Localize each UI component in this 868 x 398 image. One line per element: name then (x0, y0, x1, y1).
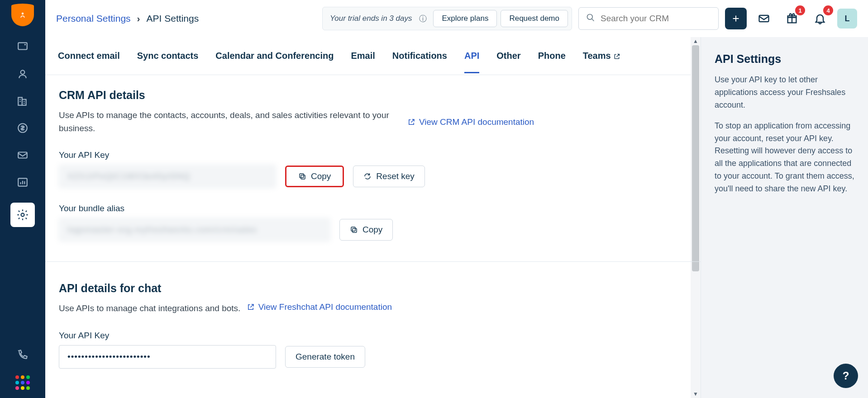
breadcrumb-current: API Settings (147, 13, 199, 24)
chat-heading: API details for chat (59, 282, 687, 295)
sidebar (0, 0, 45, 398)
search-box[interactable] (578, 7, 719, 30)
app-switcher-icon[interactable] (15, 375, 30, 390)
app-logo (11, 4, 34, 26)
trial-bar: Your trial ends in 3 days ⓘ Explore plan… (322, 7, 572, 30)
tab-calendar[interactable]: Calendar and Conferencing (215, 39, 334, 73)
tab-email[interactable]: Email (351, 39, 375, 73)
tab-notifications[interactable]: Notifications (392, 39, 447, 73)
help-text-2: To stop an application from accessing yo… (715, 120, 854, 195)
api-key-label: Your API Key (59, 150, 687, 160)
bundle-alias-field[interactable]: logomaster-org.myfreshworks.com/crm/sale… (59, 218, 330, 242)
request-demo-button[interactable]: Request demo (501, 10, 568, 27)
sidebar-item-deals[interactable] (16, 121, 29, 135)
bell-icon[interactable]: 4 (809, 8, 831, 29)
gift-badge: 1 (795, 5, 805, 15)
api-key-field[interactable]: XZXJrPeQtC1WX3e40ytSNQ (59, 165, 276, 188)
bundle-alias-label: Your bundle alias (59, 204, 687, 213)
svg-point-2 (24, 44, 26, 45)
chat-description: Use APIs to manage chat integrations and… (59, 303, 240, 313)
explore-plans-button[interactable]: Explore plans (433, 10, 497, 27)
search-icon (586, 13, 595, 24)
help-text-1: Use your API key to let other applicatio… (715, 74, 854, 112)
tab-connect-email[interactable]: Connect email (58, 39, 120, 73)
svg-rect-16 (351, 227, 355, 231)
refresh-icon (363, 172, 372, 180)
scroll-up-arrow[interactable]: ▲ (691, 37, 701, 45)
sidebar-item-dashboard[interactable] (16, 40, 29, 53)
external-link-icon (247, 303, 255, 311)
crm-heading: CRM API details (59, 89, 687, 102)
section-divider (45, 261, 701, 262)
settings-tabs: Connect email Sync contacts Calendar and… (45, 37, 701, 75)
sidebar-item-reports[interactable] (16, 175, 29, 189)
svg-rect-15 (353, 228, 357, 232)
external-link-icon (407, 118, 415, 126)
tab-sync-contacts[interactable]: Sync contacts (137, 39, 199, 73)
top-bar: Personal Settings › API Settings Your tr… (45, 0, 868, 37)
sidebar-item-inbox[interactable] (16, 148, 29, 162)
copy-icon (350, 226, 358, 234)
crm-doc-link[interactable]: View CRM API documentation (407, 117, 534, 127)
external-link-icon (613, 53, 620, 60)
search-input[interactable] (601, 14, 711, 24)
crm-description: Use APIs to manage the contacts, account… (59, 109, 394, 135)
chat-api-key-label: Your API Key (59, 331, 687, 341)
breadcrumb: Personal Settings › API Settings (56, 13, 199, 24)
copy-api-key-button[interactable]: Copy (285, 166, 344, 187)
user-avatar[interactable]: L (837, 9, 857, 28)
help-fab[interactable]: ? (834, 364, 858, 388)
svg-point-0 (22, 13, 24, 15)
svg-point-10 (587, 14, 593, 20)
chat-api-key-field[interactable]: •••••••••••••••••••••••• (59, 345, 276, 369)
main-content: CRM API details Use APIs to manage the c… (45, 75, 701, 398)
sidebar-item-phone[interactable] (16, 348, 29, 362)
bell-badge: 4 (823, 5, 833, 15)
copy-bundle-button[interactable]: Copy (339, 219, 393, 241)
help-panel: API Settings Use your API key to let oth… (701, 37, 868, 398)
svg-rect-11 (759, 15, 769, 22)
tab-other[interactable]: Other (496, 39, 520, 73)
tab-phone[interactable]: Phone (538, 39, 566, 73)
chat-doc-link[interactable]: View Freshchat API documentation (247, 302, 392, 312)
chevron-right-icon: › (137, 13, 140, 24)
reset-key-button[interactable]: Reset key (353, 166, 424, 187)
svg-rect-5 (22, 100, 26, 105)
gift-icon[interactable]: 1 (781, 8, 803, 29)
sidebar-item-contacts[interactable] (16, 67, 29, 81)
svg-rect-13 (301, 175, 305, 179)
mail-icon[interactable] (753, 8, 775, 29)
sidebar-item-accounts[interactable] (16, 94, 29, 108)
tab-teams[interactable]: Teams (583, 39, 620, 73)
svg-rect-1 (18, 43, 27, 49)
svg-point-3 (21, 70, 25, 74)
sidebar-item-settings[interactable] (10, 203, 35, 227)
tab-api[interactable]: API (464, 39, 479, 73)
svg-rect-14 (300, 174, 304, 178)
trial-text: Your trial ends in 3 days (326, 14, 415, 23)
add-button[interactable] (725, 8, 747, 29)
help-heading: API Settings (715, 52, 854, 66)
breadcrumb-parent[interactable]: Personal Settings (56, 13, 131, 24)
info-icon[interactable]: ⓘ (419, 14, 427, 24)
copy-icon (298, 172, 306, 180)
svg-rect-7 (18, 152, 27, 158)
generate-token-button[interactable]: Generate token (285, 346, 365, 368)
svg-point-9 (21, 213, 24, 217)
